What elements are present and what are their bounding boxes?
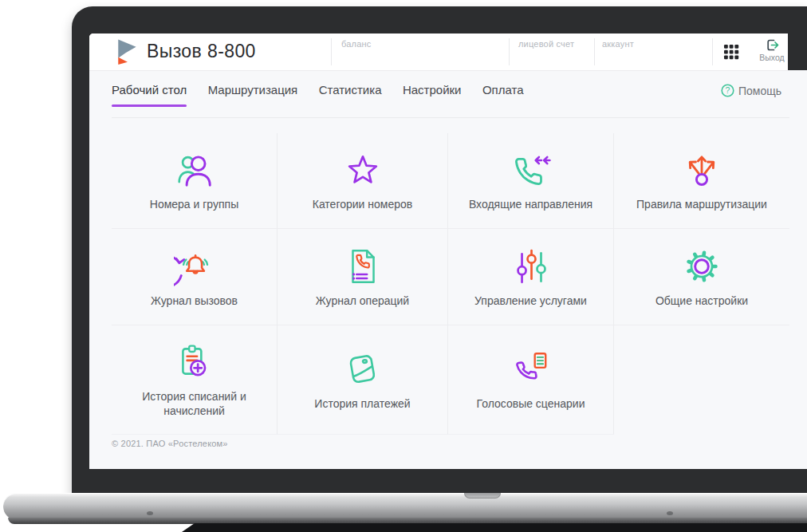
tile-label: Входящие направления bbox=[469, 198, 592, 212]
voice-script-icon bbox=[511, 349, 551, 389]
screen-content: Вызов 8-800 баланс лицевой счет аккаунт bbox=[89, 33, 807, 469]
logout-icon bbox=[766, 38, 779, 52]
tile-label: История платежей bbox=[314, 397, 410, 412]
copyright-text: © 2021. ПАО «Ростелеком» bbox=[112, 439, 228, 448]
app-title: Вызов 8-800 bbox=[147, 41, 256, 62]
logout-button[interactable]: Выход bbox=[754, 38, 789, 62]
divider bbox=[112, 117, 789, 118]
main-nav: Рабочий стол Маршрутизация Статистика На… bbox=[112, 83, 541, 107]
gear-icon bbox=[682, 246, 722, 286]
apps-grid-button[interactable] bbox=[723, 44, 739, 60]
dashboard-grid: Номера и группы Категории номеров bbox=[112, 133, 789, 435]
apps-grid-icon bbox=[723, 44, 739, 60]
tab-payment[interactable]: Оплата bbox=[482, 83, 524, 107]
help-label: Помощь bbox=[738, 85, 781, 97]
tile-numbers-and-groups[interactable]: Номера и группы bbox=[112, 133, 278, 229]
tile-label: Правила маршрутизации bbox=[636, 198, 767, 212]
route-split-icon bbox=[682, 150, 722, 190]
users-icon bbox=[175, 150, 215, 190]
tab-settings[interactable]: Настройки bbox=[403, 83, 462, 107]
divider bbox=[331, 38, 332, 65]
tile-label: Общие настройки bbox=[655, 294, 748, 309]
tab-desktop[interactable]: Рабочий стол bbox=[112, 83, 187, 107]
tile-label: Категории номеров bbox=[313, 198, 413, 212]
tile-label: Голосовые сценарии bbox=[477, 397, 585, 412]
tile-label: История списаний и начислений bbox=[122, 390, 267, 419]
star-icon bbox=[343, 150, 383, 190]
tab-routing[interactable]: Маршрутизация bbox=[208, 83, 298, 107]
rostelecom-logo-icon bbox=[112, 37, 140, 67]
account-field-label: аккаунт bbox=[602, 39, 634, 49]
sliders-icon bbox=[511, 246, 551, 286]
question-circle-icon: ? bbox=[721, 84, 734, 97]
balance-field-label: баланс bbox=[341, 39, 371, 49]
tile-label: Журнал вызовов bbox=[151, 294, 238, 309]
tile-service-management[interactable]: Управление услугами bbox=[448, 229, 614, 325]
tile-number-categories[interactable]: Категории номеров bbox=[278, 133, 448, 229]
divider bbox=[712, 38, 713, 65]
app-header: Вызов 8-800 баланс лицевой счет аккаунт bbox=[89, 33, 788, 70]
tile-label: Номера и группы bbox=[150, 198, 238, 212]
tile-operations-log[interactable]: Журнал операций bbox=[278, 229, 448, 325]
tile-payments-history[interactable]: История платежей bbox=[278, 325, 448, 435]
laptop-shadow bbox=[182, 523, 807, 532]
tile-call-log[interactable]: Журнал вызовов bbox=[112, 229, 278, 325]
empty-cell bbox=[614, 325, 789, 435]
operations-log-icon bbox=[343, 246, 383, 286]
divider bbox=[594, 38, 595, 65]
tab-statistics[interactable]: Статистика bbox=[319, 83, 382, 107]
laptop-mockup: Вызов 8-800 баланс лицевой счет аккаунт bbox=[0, 0, 807, 532]
tile-charges-history[interactable]: История списаний и начислений bbox=[112, 325, 278, 435]
help-link[interactable]: ? Помощь bbox=[721, 84, 781, 97]
laptop-lid-notch bbox=[464, 493, 501, 499]
tile-voice-scenarios[interactable]: Голосовые сценарии bbox=[448, 325, 614, 435]
logout-label: Выход bbox=[754, 53, 789, 62]
laptop-foot bbox=[667, 511, 673, 515]
tile-routing-rules[interactable]: Правила маршрутизации bbox=[614, 133, 789, 229]
personal-account-field-label: лицевой счет bbox=[518, 39, 574, 49]
wallet-icon bbox=[343, 349, 383, 389]
call-history-icon bbox=[174, 246, 215, 287]
laptop-base-edge bbox=[8, 518, 807, 524]
phone-incoming-icon bbox=[511, 150, 551, 190]
svg-text:?: ? bbox=[726, 85, 730, 95]
tile-label: Журнал операций bbox=[316, 294, 409, 309]
laptop-base bbox=[3, 493, 807, 520]
bezel-corner bbox=[788, 33, 807, 70]
divider bbox=[509, 38, 510, 65]
tile-general-settings[interactable]: Общие настройки bbox=[614, 229, 789, 325]
tile-label: Управление услугами bbox=[474, 294, 587, 309]
laptop-foot bbox=[147, 511, 153, 515]
tile-incoming-directions[interactable]: Входящие направления bbox=[448, 133, 614, 229]
clipboard-plus-icon bbox=[175, 342, 215, 382]
